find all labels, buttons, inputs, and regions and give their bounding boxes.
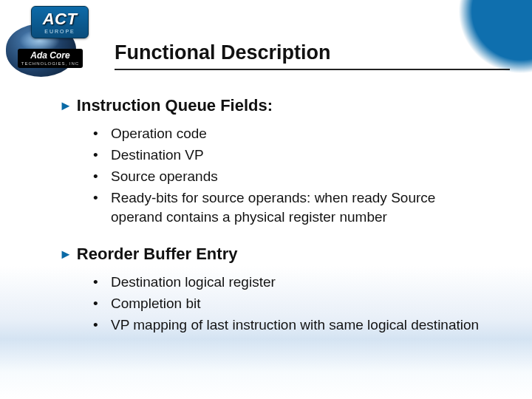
bullet-icon: •	[93, 124, 100, 143]
section-heading: ► Instruction Queue Fields:	[59, 95, 480, 117]
bullet-icon: •	[93, 294, 100, 313]
list-item: • Destination logical register	[93, 273, 480, 292]
bullet-icon: •	[93, 146, 100, 165]
triangle-bullet-icon: ►	[59, 95, 72, 116]
list-item: • Operation code	[93, 124, 480, 143]
item-list: • Destination logical register • Complet…	[93, 273, 480, 335]
list-item: • VP mapping of last instruction with sa…	[93, 316, 480, 335]
item-list: • Operation code • Destination VP • Sour…	[93, 124, 480, 226]
item-text: Destination VP	[111, 146, 480, 165]
bullet-icon: •	[93, 316, 100, 335]
item-text: Completion bit	[111, 294, 480, 313]
list-item: • Source operands	[93, 167, 480, 186]
list-item: • Ready-bits for source operands: when r…	[93, 188, 480, 226]
triangle-bullet-icon: ►	[59, 244, 72, 265]
section-heading: ► Reorder Buffer Entry	[59, 244, 480, 265]
item-text: Operation code	[111, 124, 480, 143]
item-text: VP mapping of last instruction with same…	[111, 316, 480, 335]
item-text: Ready-bits for source operands: when rea…	[111, 188, 480, 226]
bullet-icon: •	[93, 167, 100, 186]
bullet-icon: •	[93, 273, 100, 292]
list-item: • Destination VP	[93, 146, 480, 165]
list-item: • Completion bit	[93, 294, 480, 313]
bullet-icon: •	[93, 188, 100, 208]
item-text: Destination logical register	[111, 273, 480, 292]
section-heading-text: Reorder Buffer Entry	[77, 244, 238, 265]
section-instruction-queue: ► Instruction Queue Fields: • Operation …	[59, 95, 480, 226]
slide-content: Functional Description ► Instruction Que…	[0, 0, 532, 399]
item-text: Source operands	[111, 167, 480, 186]
section-heading-text: Instruction Queue Fields:	[77, 95, 273, 117]
section-reorder-buffer: ► Reorder Buffer Entry • Destination log…	[59, 244, 480, 335]
slide-title: Functional Description	[115, 41, 510, 70]
